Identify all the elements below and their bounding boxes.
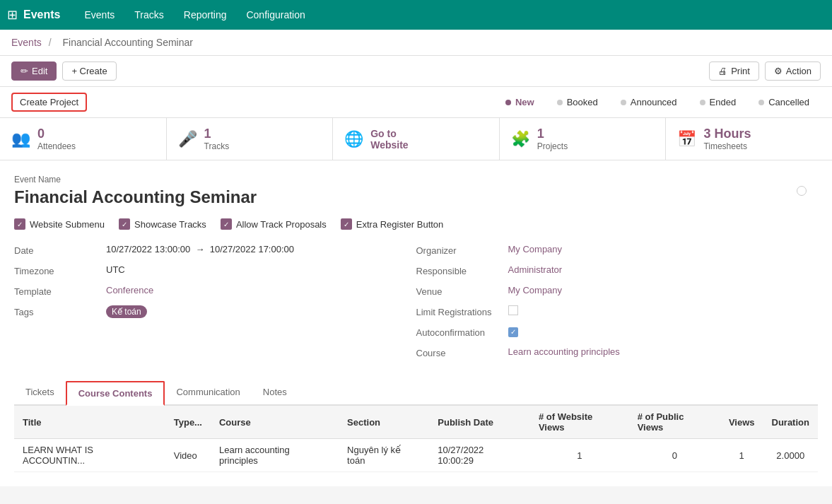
tags-value: Kế toán bbox=[106, 305, 402, 318]
record-toggle[interactable] bbox=[797, 186, 807, 196]
template-label: Template bbox=[14, 285, 106, 297]
col-publish-date: Publish Date bbox=[429, 406, 530, 439]
tag-ke-toan[interactable]: Kế toán bbox=[106, 305, 147, 318]
col-course: Course bbox=[211, 406, 339, 439]
tab-notes[interactable]: Notes bbox=[252, 381, 298, 406]
breadcrumb-current: Financial Accounting Seminar bbox=[62, 37, 192, 48]
action-button[interactable]: ⚙ Action bbox=[765, 61, 821, 81]
tabs-bar: Tickets Course Contents Communication No… bbox=[14, 381, 818, 406]
autoconfirmation-label: Autoconfirmation bbox=[416, 326, 508, 338]
responsible-link[interactable]: Administrator bbox=[508, 264, 563, 275]
stage-ended[interactable]: Ended bbox=[689, 94, 748, 110]
stat-website[interactable]: 🌐 Go toWebsite bbox=[333, 118, 500, 160]
showcase-tracks-check-icon: ✓ bbox=[119, 218, 130, 230]
print-button[interactable]: 🖨 Print bbox=[709, 61, 759, 81]
attendees-count: 0 bbox=[37, 127, 76, 141]
course-label: Course bbox=[416, 346, 508, 358]
field-limit-registrations: Limit Registrations bbox=[416, 305, 804, 317]
stage-cancelled[interactable]: Cancelled bbox=[747, 94, 821, 110]
field-template: Template Conference bbox=[14, 285, 402, 297]
cell-website-views: 1 bbox=[530, 439, 629, 472]
form-right: Organizer My Company Responsible Adminis… bbox=[416, 244, 819, 367]
create-button[interactable]: + Create bbox=[62, 61, 116, 81]
extra-register-button-check-icon: ✓ bbox=[341, 218, 352, 230]
course-contents-table: Title Type... Course Section Publish Dat… bbox=[14, 406, 818, 472]
event-name-label: Event Name bbox=[14, 175, 818, 184]
organizer-label: Organizer bbox=[416, 244, 508, 256]
responsible-value: Administrator bbox=[508, 264, 804, 275]
stat-tracks[interactable]: 🎤 1 Tracks bbox=[167, 118, 334, 160]
field-timezone: Timezone UTC bbox=[14, 264, 402, 276]
cell-views: 1 bbox=[720, 439, 763, 472]
tracks-label: Tracks bbox=[204, 141, 230, 151]
nav-item-configuration[interactable]: Configuration bbox=[236, 0, 315, 30]
toolbar: ✏ Edit + Create 🖨 Print ⚙ Action bbox=[0, 56, 832, 87]
status-bar: Create Project New Booked Announced Ende… bbox=[0, 87, 832, 118]
cell-public-views: 0 bbox=[629, 439, 720, 472]
template-link[interactable]: Conference bbox=[106, 285, 153, 295]
checkbox-extra-register-button[interactable]: ✓ Extra Register Button bbox=[341, 218, 444, 230]
timezone-value: UTC bbox=[106, 264, 402, 275]
course-link[interactable]: Learn accounting principles bbox=[508, 346, 620, 357]
autoconfirmation-check-icon[interactable]: ✓ bbox=[508, 327, 518, 337]
checkbox-allow-track-proposals[interactable]: ✓ Allow Track Proposals bbox=[221, 218, 327, 230]
col-public-views: # of Public Views bbox=[629, 406, 720, 439]
nav-item-events[interactable]: Events bbox=[74, 0, 124, 30]
breadcrumb-parent[interactable]: Events bbox=[11, 37, 42, 48]
create-project-button[interactable]: Create Project bbox=[11, 93, 87, 112]
stats-bar: 👥 0 Attendees 🎤 1 Tracks 🌐 Go toWebsite … bbox=[0, 118, 832, 160]
timesheets-icon: 📅 bbox=[677, 130, 696, 148]
checkboxes-row: ✓ Website Submenu ✓ Showcase Tracks ✓ Al… bbox=[14, 218, 818, 230]
field-date: Date 10/27/2022 13:00:00 → 10/27/2022 17… bbox=[14, 244, 402, 256]
showcase-tracks-label: Showcase Tracks bbox=[134, 219, 206, 230]
limit-registrations-value bbox=[508, 305, 804, 317]
col-type: Type... bbox=[165, 406, 211, 439]
limit-registrations-label: Limit Registrations bbox=[416, 305, 508, 317]
checkbox-showcase-tracks[interactable]: ✓ Showcase Tracks bbox=[119, 218, 206, 230]
limit-registrations-checkbox[interactable] bbox=[508, 305, 518, 315]
website-label: Go toWebsite bbox=[370, 128, 408, 151]
stat-attendees[interactable]: 👥 0 Attendees bbox=[0, 118, 167, 160]
col-website-views: # of Website Views bbox=[530, 406, 629, 439]
venue-link[interactable]: My Company bbox=[508, 285, 563, 295]
event-title: Financial Accounting Seminar bbox=[14, 187, 818, 207]
tab-tickets[interactable]: Tickets bbox=[14, 381, 66, 406]
website-submenu-label: Website Submenu bbox=[30, 219, 105, 230]
top-navigation: ⊞ Events Events Tracks Reporting Configu… bbox=[0, 0, 832, 30]
stage-pipeline: New Booked Announced Ended Cancelled bbox=[494, 94, 821, 110]
stage-announced[interactable]: Announced bbox=[609, 94, 689, 110]
nav-item-tracks[interactable]: Tracks bbox=[124, 0, 173, 30]
col-views: Views bbox=[720, 406, 763, 439]
course-value: Learn accounting principles bbox=[508, 346, 804, 357]
nav-item-reporting[interactable]: Reporting bbox=[174, 0, 237, 30]
cell-section: Nguyên lý kế toán bbox=[339, 439, 429, 472]
field-venue: Venue My Company bbox=[416, 285, 804, 297]
tab-course-contents[interactable]: Course Contents bbox=[66, 381, 165, 406]
breadcrumb-separator: / bbox=[49, 37, 54, 48]
venue-label: Venue bbox=[416, 285, 508, 297]
stage-booked[interactable]: Booked bbox=[546, 94, 609, 110]
cell-course: Learn accounting principles bbox=[211, 439, 339, 472]
form-left: Date 10/27/2022 13:00:00 → 10/27/2022 17… bbox=[14, 244, 416, 367]
autoconfirmation-value: ✓ bbox=[508, 326, 804, 337]
gear-icon: ⚙ bbox=[774, 66, 783, 76]
col-section: Section bbox=[339, 406, 429, 439]
website-submenu-check-icon: ✓ bbox=[14, 218, 25, 230]
organizer-link[interactable]: My Company bbox=[508, 244, 563, 254]
print-icon: 🖨 bbox=[718, 66, 727, 76]
website-icon: 🌐 bbox=[344, 130, 363, 148]
edit-button[interactable]: ✏ Edit bbox=[11, 61, 57, 81]
stat-projects[interactable]: 🧩 1 Projects bbox=[500, 118, 667, 160]
table-row[interactable]: LEARN WHAT IS ACCOUNTIN... Video Learn a… bbox=[14, 439, 818, 472]
attendees-icon: 👥 bbox=[11, 130, 30, 148]
stage-new[interactable]: New bbox=[494, 94, 546, 110]
checkbox-website-submenu[interactable]: ✓ Website Submenu bbox=[14, 218, 105, 230]
stat-timesheets[interactable]: 📅 3 Hours Timesheets bbox=[666, 118, 832, 160]
tab-communication[interactable]: Communication bbox=[165, 381, 251, 406]
app-grid-icon[interactable]: ⊞ bbox=[7, 7, 18, 23]
cell-type: Video bbox=[165, 439, 211, 472]
projects-label: Projects bbox=[537, 141, 568, 151]
timezone-label: Timezone bbox=[14, 264, 106, 276]
allow-track-proposals-label: Allow Track Proposals bbox=[236, 219, 327, 230]
date-label: Date bbox=[14, 244, 106, 256]
